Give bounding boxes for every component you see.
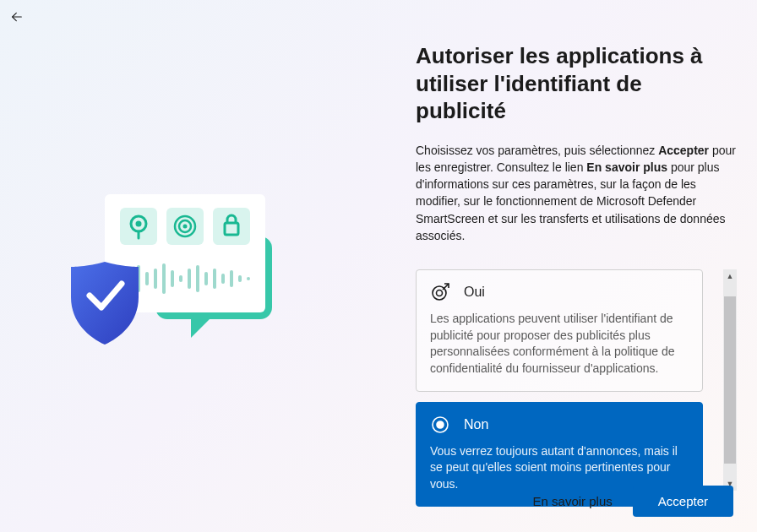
svg-point-28 (437, 290, 443, 296)
target-icon (430, 282, 450, 302)
privacy-illustration (68, 186, 287, 355)
radio-selected-icon (430, 415, 450, 435)
svg-point-6 (136, 221, 142, 227)
svg-point-9 (183, 225, 188, 229)
svg-point-31 (437, 421, 444, 428)
page-title: Autoriser les applications à utiliser l'… (416, 42, 737, 125)
svg-rect-4 (213, 208, 250, 245)
arrow-left-icon (10, 10, 24, 24)
intro-text: Choisissez vos paramètres, puis sélectio… (416, 142, 737, 245)
scroll-thumb[interactable] (724, 296, 736, 464)
option-yes-label: Oui (464, 285, 485, 300)
svg-line-29 (443, 284, 449, 290)
option-no-label: Non (464, 417, 488, 432)
scroll-up-icon[interactable]: ▲ (723, 269, 737, 283)
learn-more-link[interactable]: En savoir plus (533, 494, 613, 508)
option-yes-desc: Les applications peuvent utiliser l'iden… (430, 311, 689, 377)
option-yes[interactable]: Oui Les applications peuvent utiliser l'… (416, 269, 703, 391)
options-scrollbar[interactable]: ▲ ▼ (723, 269, 737, 491)
back-button[interactable] (8, 8, 25, 25)
accept-button[interactable]: Accepter (633, 486, 733, 517)
